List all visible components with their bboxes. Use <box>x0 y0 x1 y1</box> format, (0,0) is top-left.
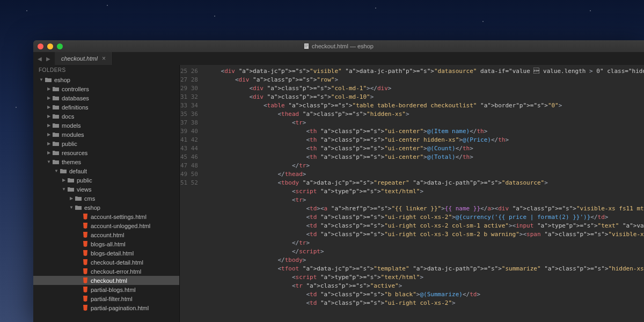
tree-item-label: models <box>62 122 80 129</box>
disclosure-icon[interactable]: ▼ <box>39 77 44 82</box>
html-file-icon <box>83 259 88 265</box>
window-controls <box>38 43 63 49</box>
disclosure-icon[interactable]: ▶ <box>46 96 52 100</box>
disclosure-icon[interactable]: ▶ <box>69 196 74 201</box>
tree-item-label: account.html <box>91 232 124 238</box>
folder-icon <box>53 104 59 111</box>
folder-row[interactable]: ▼default <box>33 166 179 175</box>
tree-item-label: blogs-all.html <box>91 241 126 247</box>
folder-icon <box>53 141 59 147</box>
file-row[interactable]: blogs-detail.html <box>33 248 179 258</box>
tree-item-label: account-unlogged.html <box>91 223 150 229</box>
file-row[interactable]: partial-filter.html <box>33 294 179 303</box>
disclosure-icon[interactable]: ▶ <box>46 132 52 137</box>
folder-row[interactable]: ▶definitions <box>33 103 179 112</box>
file-row[interactable]: account.html <box>33 230 179 239</box>
tree-item-label: checkout.html <box>91 277 127 284</box>
editor-window: checkout.html — eshop ◀ ▶ checkout.html … <box>33 40 644 322</box>
file-row[interactable]: checkout.html <box>33 276 179 285</box>
code-editor[interactable]: 25 26 27 28 29 30 31 32 33 34 35 36 37 3… <box>180 65 644 322</box>
tree-item-label: eshop <box>84 204 100 211</box>
html-file-icon <box>83 305 88 311</box>
disclosure-icon[interactable]: ▶ <box>46 141 52 146</box>
tab-close-icon[interactable]: × <box>102 55 106 62</box>
tree-item-label: checkout-error.html <box>91 268 141 275</box>
folder-row[interactable]: ▼themes <box>33 157 179 166</box>
folder-row[interactable]: ▶cms <box>33 194 179 203</box>
svg-rect-1 <box>305 45 308 45</box>
html-file-icon <box>83 232 88 238</box>
tree-item-label: views <box>77 186 92 193</box>
folder-icon <box>68 186 74 193</box>
file-row[interactable]: checkout-error.html <box>33 267 179 276</box>
tree-item-label: cms <box>84 195 95 202</box>
tab-checkout[interactable]: checkout.html × <box>55 52 113 65</box>
tree-item-label: public <box>77 177 92 184</box>
disclosure-icon[interactable]: ▶ <box>46 86 52 91</box>
folder-row[interactable]: ▼views <box>33 185 179 194</box>
disclosure-icon[interactable]: ▶ <box>46 123 52 128</box>
nav-arrows: ◀ ▶ <box>33 52 55 65</box>
html-file-icon <box>83 214 88 219</box>
tab-label: checkout.html <box>61 55 98 62</box>
folder-row[interactable]: ▶resources <box>33 148 179 157</box>
html-file-icon <box>83 250 88 256</box>
folder-icon <box>45 77 52 83</box>
folder-icon <box>53 150 59 156</box>
tree-item-label: default <box>69 168 87 174</box>
nav-back-icon[interactable]: ◀ <box>38 56 42 62</box>
code-content[interactable]: <div "a">data-jc"p">="s">"visible" "a">d… <box>202 65 644 322</box>
disclosure-icon[interactable]: ▼ <box>54 169 59 173</box>
tree-item-label: blogs-detail.html <box>91 250 134 257</box>
titlebar: checkout.html — eshop <box>33 40 644 52</box>
file-row[interactable]: checkout-detail.html <box>33 258 179 267</box>
folder-row[interactable]: ▼eshop <box>33 203 179 212</box>
folder-row[interactable]: ▶docs <box>33 112 179 121</box>
disclosure-icon[interactable]: ▶ <box>46 150 52 155</box>
file-row[interactable]: account-unlogged.html <box>33 221 179 230</box>
file-row[interactable]: blogs-all.html <box>33 239 179 248</box>
folder-icon <box>75 204 82 211</box>
nav-forward-icon[interactable]: ▶ <box>46 56 50 62</box>
tree-item-label: resources <box>62 150 87 156</box>
folder-row[interactable]: ▶public <box>33 139 179 148</box>
disclosure-icon[interactable]: ▼ <box>61 187 67 192</box>
tree-item-label: partial-filter.html <box>91 296 133 302</box>
folder-icon <box>53 86 59 92</box>
svg-rect-3 <box>305 47 307 47</box>
folder-row[interactable]: ▶models <box>33 121 179 130</box>
disclosure-icon[interactable]: ▼ <box>46 159 52 164</box>
tree-item-label: public <box>62 141 77 147</box>
line-gutter: 25 26 27 28 29 30 31 32 33 34 35 36 37 3… <box>180 65 202 322</box>
file-tree: ▼eshop▶controllers▶databases▶definitions… <box>33 75 179 312</box>
sidebar: FOLDERS ▼eshop▶controllers▶databases▶def… <box>33 65 180 322</box>
html-file-icon <box>83 241 88 247</box>
tree-item-label: docs <box>62 113 74 120</box>
disclosure-icon[interactable]: ▼ <box>69 205 74 210</box>
disclosure-icon[interactable]: ▶ <box>46 114 52 119</box>
file-row[interactable]: partial-pagination.html <box>33 303 179 312</box>
tab-bar: ◀ ▶ checkout.html × <box>33 52 644 65</box>
disclosure-icon[interactable]: ▶ <box>61 178 67 182</box>
folder-row[interactable]: ▶databases <box>33 93 179 103</box>
folder-row[interactable]: ▶controllers <box>33 84 179 93</box>
html-file-icon <box>83 296 88 302</box>
file-row[interactable]: partial-blogs.html <box>33 285 179 294</box>
folder-row[interactable]: ▼eshop <box>33 75 179 84</box>
disclosure-icon[interactable]: ▶ <box>46 105 52 109</box>
svg-rect-0 <box>304 43 309 49</box>
svg-rect-2 <box>305 46 308 46</box>
file-row[interactable]: account-settings.html <box>33 212 179 221</box>
folder-row[interactable]: ▶modules <box>33 130 179 139</box>
tree-item-label: eshop <box>54 77 70 83</box>
folder-icon <box>53 122 59 129</box>
html-file-icon <box>83 277 88 283</box>
tree-item-label: databases <box>62 95 89 101</box>
folder-row[interactable]: ▶public <box>33 175 179 185</box>
folder-icon <box>53 159 59 165</box>
folder-icon <box>53 131 59 138</box>
minimize-window-button[interactable] <box>47 43 53 49</box>
folder-icon <box>60 168 67 174</box>
close-window-button[interactable] <box>38 43 43 49</box>
zoom-window-button[interactable] <box>57 43 63 49</box>
